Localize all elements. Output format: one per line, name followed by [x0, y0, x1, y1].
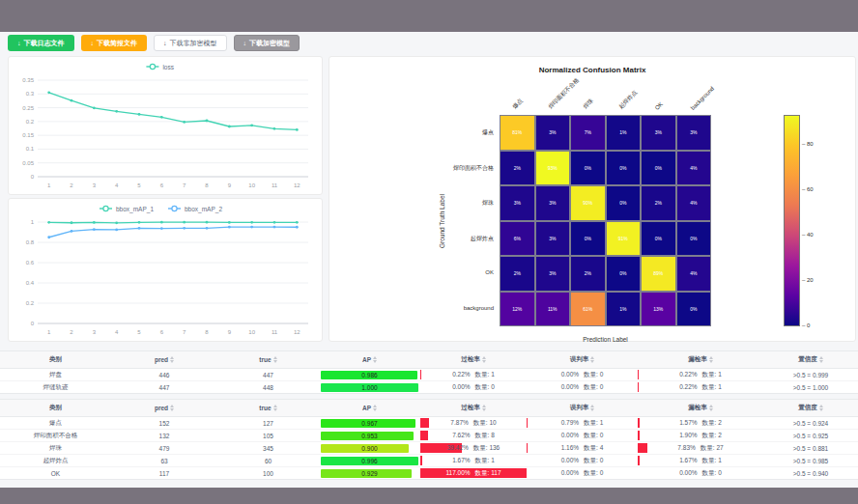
rate-quantity: 数量: 0 [475, 381, 495, 393]
download-button-2[interactable]: ↓下载非加密模型 [154, 35, 227, 51]
class-name-cell: 焊盘 [0, 369, 111, 381]
column-header-4[interactable]: AP [319, 351, 420, 369]
column-header-label: 误判率 [570, 404, 589, 410]
rate-cell: 1.67%数量: 1 [420, 455, 527, 466]
rate-text: 0.00%数量: 0 [420, 381, 527, 393]
rate-cell: 1.57%数量: 2 [638, 417, 763, 429]
sort-carets-icon[interactable] [273, 405, 277, 411]
matrix-cell: 0% [676, 221, 712, 257]
confidence-cell: >0.5 = 1.000 [763, 381, 858, 394]
column-header-label: true [259, 356, 271, 363]
rate-quantity: 数量: 136 [473, 442, 500, 454]
matrix-cell: 3% [535, 256, 571, 292]
sort-carets-icon[interactable] [819, 405, 823, 411]
svg-text:0.25: 0.25 [22, 105, 34, 111]
download-button-3[interactable]: ↓下载加密模型 [234, 35, 300, 51]
svg-text:bbox_mAP_1: bbox_mAP_1 [116, 206, 154, 213]
ap-cell: 0.953 [319, 430, 420, 442]
rate-text: 0.22%数量: 1 [638, 381, 763, 393]
svg-text:8: 8 [205, 182, 209, 188]
rate-quantity: 数量: 27 [701, 442, 724, 454]
column-header-label: true [259, 405, 271, 411]
rate-cell: 1.16%数量: 4 [527, 442, 638, 454]
download-button-0[interactable]: ↓下载日志文件 [8, 35, 74, 51]
column-header-6[interactable]: 误判率 [527, 400, 638, 417]
column-header-8[interactable]: 置信度 [763, 400, 858, 417]
matrix-cell: 7% [570, 115, 606, 151]
class-name-cell: 起焊炸点 [0, 455, 111, 467]
matrix-cell: 13% [641, 292, 676, 327]
miss-detect-cell: 0.00%数量: 0 [638, 467, 763, 480]
class-name-cell: 焊印面积不合格 [0, 430, 111, 442]
svg-text:7: 7 [183, 329, 186, 335]
sort-carets-icon[interactable] [590, 356, 594, 363]
sort-carets-icon[interactable] [273, 356, 277, 363]
sort-carets-icon[interactable] [709, 405, 713, 411]
matrix-cell: 0% [641, 221, 676, 257]
colorbar [784, 115, 800, 326]
sort-carets-icon[interactable] [482, 405, 486, 411]
rate-cell: 0.00%数量: 0 [638, 467, 763, 479]
legend-item-loss[interactable]: loss [146, 64, 174, 70]
column-header-4[interactable]: AP [319, 400, 420, 417]
sort-carets-icon[interactable] [170, 356, 174, 363]
svg-text:4: 4 [115, 182, 119, 188]
matrix-col-label: 焊珠 [582, 97, 596, 111]
over-detect-cell: 7.87%数量: 10 [420, 417, 527, 430]
column-header-5[interactable]: 过检率 [420, 400, 527, 417]
column-header-3[interactable]: true [217, 351, 319, 369]
sort-carets-icon[interactable] [590, 405, 594, 411]
legend-item-bbox_mAP_2[interactable]: bbox_mAP_2 [168, 206, 222, 213]
sort-carets-icon[interactable] [819, 356, 823, 363]
rate-text: 7.87%数量: 10 [420, 417, 527, 429]
column-header-2[interactable]: pred [111, 400, 217, 417]
sort-carets-icon[interactable] [373, 405, 377, 411]
column-header-2[interactable]: pred [111, 351, 217, 369]
rate-cell: 0.00%数量: 0 [527, 369, 638, 380]
column-header-7[interactable]: 漏检率 [638, 351, 763, 369]
ap-value: 0.953 [321, 432, 418, 440]
rate-percent: 0.22% [679, 369, 697, 380]
rate-quantity: 数量: 8 [475, 430, 495, 441]
rate-text: 1.67%数量: 1 [638, 455, 763, 466]
column-header-8[interactable]: 置信度 [763, 351, 858, 369]
toolbar: ↓下载日志文件↓下载简报文件↓下载非加密模型↓下载加密模型 [8, 35, 300, 51]
misjudge-cell: 1.16%数量: 4 [527, 442, 638, 455]
svg-text:1: 1 [47, 182, 51, 188]
ap-cell: 0.900 [319, 442, 420, 455]
rate-text: 0.22%数量: 1 [420, 369, 527, 380]
sort-carets-icon[interactable] [170, 405, 174, 411]
rate-text: 0.00%数量: 0 [527, 369, 638, 380]
rate-quantity: 数量: 1 [584, 417, 603, 429]
svg-text:loss: loss [162, 64, 174, 70]
matrix-cell: 61% [570, 292, 606, 327]
svg-text:0: 0 [31, 321, 35, 326]
colorbar-tick: – 20 [802, 277, 814, 283]
line-chart: 00.050.10.150.20.250.30.3512345678910111… [9, 57, 320, 192]
column-header-7[interactable]: 漏检率 [638, 400, 763, 417]
ap-value: 0.929 [321, 469, 418, 478]
column-header-label: 误判率 [570, 355, 589, 362]
download-button-1[interactable]: ↓下载简报文件 [81, 35, 148, 51]
button-label: 下载非加密模型 [170, 39, 217, 48]
column-header-3[interactable]: true [217, 400, 319, 417]
class-name-cell: 爆点 [0, 417, 111, 430]
pred-cell: 152 [111, 417, 217, 430]
matrix-row-label: 焊印面积不合格 [387, 164, 494, 173]
sort-carets-icon[interactable] [709, 356, 713, 363]
matrix-col-label: 起焊炸点 [616, 89, 639, 111]
svg-text:12: 12 [294, 329, 300, 335]
rate-percent: 117.00% [445, 467, 470, 479]
sort-carets-icon[interactable] [482, 356, 486, 363]
svg-text:0.6: 0.6 [26, 260, 35, 266]
rate-cell: 7.62%数量: 8 [420, 430, 527, 441]
sort-carets-icon[interactable] [373, 356, 377, 363]
rate-cell: 0.00%数量: 0 [420, 381, 527, 393]
column-header-5[interactable]: 过检率 [420, 351, 527, 369]
column-header-6[interactable]: 误判率 [527, 351, 638, 369]
rate-cell: 0.00%数量: 0 [527, 381, 638, 393]
legend-item-bbox_mAP_1[interactable]: bbox_mAP_1 [100, 206, 154, 213]
column-header-label: 过检率 [461, 404, 480, 410]
defect-metrics-table: 类别predtrueAP过检率误判率漏检率置信度爆点1521270.9677.8… [0, 399, 858, 480]
rate-quantity: 数量: 4 [584, 442, 603, 454]
